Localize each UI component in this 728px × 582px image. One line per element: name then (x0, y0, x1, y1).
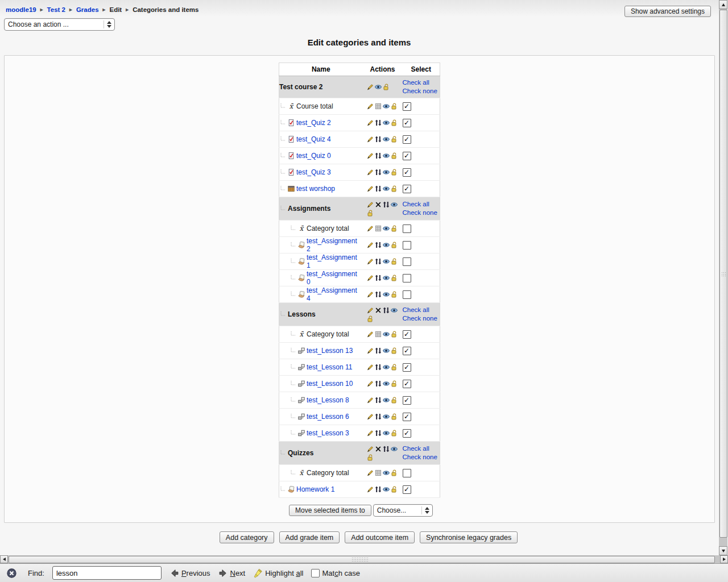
grade-item-link[interactable]: test_Quiz 2 (296, 119, 331, 127)
lock-icon[interactable] (391, 430, 398, 436)
close-icon[interactable] (7, 568, 16, 578)
lock-icon[interactable] (391, 185, 398, 192)
edit-icon[interactable] (367, 397, 374, 404)
select-checkbox[interactable]: ✓ (403, 135, 411, 144)
show-icon[interactable] (383, 413, 390, 420)
show-icon[interactable] (383, 242, 390, 248)
lock-icon[interactable] (391, 331, 398, 338)
check-all-link[interactable]: Check all (403, 444, 440, 453)
show-icon[interactable] (383, 119, 390, 126)
horizontal-scrollbar[interactable] (0, 555, 728, 563)
show-icon[interactable] (383, 103, 390, 110)
move-icon[interactable] (375, 169, 382, 176)
lock-icon[interactable] (391, 258, 398, 265)
lock-icon[interactable] (367, 210, 374, 217)
delete-icon[interactable] (375, 446, 382, 452)
edit-icon[interactable] (367, 201, 374, 208)
lock-icon[interactable] (367, 454, 374, 461)
grade-item-link[interactable]: test_Assignment 0 (307, 270, 363, 286)
calc-icon[interactable] (375, 103, 382, 110)
add-outcome-item-button[interactable]: Add outcome item (345, 531, 415, 543)
grade-item-link[interactable]: test_Lesson 13 (307, 347, 353, 355)
select-checkbox[interactable] (403, 241, 411, 250)
find-next-button[interactable]: Next (218, 568, 246, 578)
add-grade-item-button[interactable]: Add grade item (279, 531, 340, 543)
select-checkbox[interactable]: ✓ (403, 152, 411, 160)
delete-icon[interactable] (375, 307, 382, 314)
vertical-scrollbar-thumb[interactable] (719, 10, 727, 538)
edit-icon[interactable] (367, 84, 374, 90)
lock-icon[interactable] (391, 413, 398, 420)
grade-item-link[interactable]: test_Quiz 4 (296, 135, 331, 143)
select-checkbox[interactable] (403, 257, 411, 266)
show-icon[interactable] (383, 347, 390, 354)
move-destination-select[interactable]: Choose... (373, 504, 433, 517)
show-icon[interactable] (383, 430, 390, 436)
lock-icon[interactable] (391, 380, 398, 387)
move-icon[interactable] (375, 486, 382, 493)
add-category-button[interactable]: Add category (220, 531, 274, 543)
select-checkbox[interactable] (403, 290, 411, 299)
lock-icon[interactable] (391, 119, 398, 126)
edit-icon[interactable] (367, 331, 374, 338)
edit-icon[interactable] (367, 225, 374, 232)
move-icon[interactable] (375, 397, 382, 404)
move-icon[interactable] (375, 152, 382, 159)
edit-icon[interactable] (367, 446, 374, 452)
grade-item-link[interactable]: test_Lesson 8 (307, 396, 349, 404)
show-advanced-settings-button[interactable]: Show advanced settings (624, 6, 711, 17)
check-none-link[interactable]: Check none (403, 314, 440, 323)
breadcrumb-item[interactable]: Test 2 (47, 6, 65, 13)
show-icon[interactable] (383, 185, 390, 192)
select-checkbox[interactable] (403, 274, 411, 282)
select-checkbox[interactable]: ✓ (403, 429, 411, 438)
select-checkbox[interactable]: ✓ (403, 119, 411, 127)
move-icon[interactable] (375, 242, 382, 248)
horizontal-scrollbar-thumb[interactable] (9, 556, 715, 563)
calc-icon[interactable] (375, 469, 382, 476)
breadcrumb-item[interactable]: Grades (76, 6, 99, 13)
lock-icon[interactable] (391, 291, 398, 298)
synchronise-legacy-grades-button[interactable]: Synchronise legacy grades (420, 531, 518, 543)
lock-icon[interactable] (391, 469, 398, 476)
lock-icon[interactable] (391, 152, 398, 159)
calc-icon[interactable] (375, 331, 382, 338)
show-icon[interactable] (383, 291, 390, 298)
edit-icon[interactable] (367, 364, 374, 371)
check-none-link[interactable]: Check none (403, 209, 440, 217)
grade-item-link[interactable]: test_Lesson 3 (307, 429, 349, 437)
vertical-scrollbar[interactable] (719, 0, 727, 555)
show-icon[interactable] (375, 84, 382, 90)
show-icon[interactable] (391, 446, 398, 452)
check-none-link[interactable]: Check none (403, 453, 440, 462)
edit-icon[interactable] (367, 275, 374, 281)
find-input[interactable] (52, 566, 162, 580)
show-icon[interactable] (383, 169, 390, 176)
edit-icon[interactable] (367, 291, 374, 298)
check-all-link[interactable]: Check all (403, 78, 440, 87)
show-icon[interactable] (391, 307, 398, 314)
move-icon[interactable] (375, 258, 382, 265)
scroll-left-button[interactable] (0, 555, 8, 563)
show-icon[interactable] (383, 380, 390, 387)
edit-icon[interactable] (367, 242, 374, 248)
lock-icon[interactable] (391, 103, 398, 110)
show-icon[interactable] (383, 331, 390, 338)
edit-icon[interactable] (367, 469, 374, 476)
move-icon[interactable] (383, 446, 390, 452)
scroll-right-button[interactable] (720, 555, 728, 563)
show-icon[interactable] (383, 364, 390, 371)
lock-icon[interactable] (367, 315, 374, 322)
move-selected-items-button[interactable]: Move selected items to (289, 505, 371, 516)
scroll-up-button[interactable] (719, 0, 727, 9)
lock-icon[interactable] (383, 84, 390, 90)
lock-icon[interactable] (391, 169, 398, 176)
edit-icon[interactable] (367, 413, 374, 420)
select-checkbox[interactable]: ✓ (403, 485, 411, 494)
move-icon[interactable] (375, 275, 382, 281)
select-checkbox[interactable]: ✓ (403, 168, 411, 177)
select-checkbox[interactable]: ✓ (403, 396, 411, 405)
grade-item-link[interactable]: test_Quiz 0 (296, 152, 331, 160)
show-icon[interactable] (383, 152, 390, 159)
lock-icon[interactable] (391, 347, 398, 354)
